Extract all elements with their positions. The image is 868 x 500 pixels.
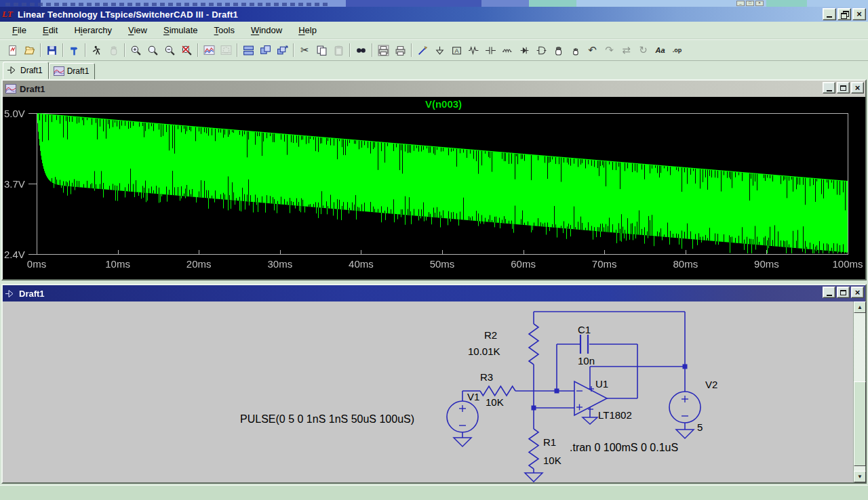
schematic-label[interactable]: R1	[543, 436, 556, 448]
toolbar-zoom-in-button[interactable]	[127, 42, 144, 59]
toolbar-tile-horizontally-button[interactable]	[240, 42, 257, 59]
menu-simulate[interactable]: Simulate	[155, 23, 206, 37]
schematic-label[interactable]: PULSE(0 5 0 1nS 1nS 50uS 100uS)	[240, 413, 414, 425]
minimize-button[interactable]	[823, 8, 836, 20]
app-logo-icon: LT	[2, 9, 14, 20]
schematic-close-button[interactable]: ×	[851, 287, 864, 298]
menu-tools[interactable]: Tools	[206, 23, 243, 37]
toolbar-copy-button[interactable]	[313, 42, 330, 59]
close-button[interactable]: ×	[852, 8, 866, 20]
toolbar-undo-button[interactable]: ↶	[584, 42, 601, 59]
x-tick-label: 50ms	[430, 258, 455, 270]
toolbar-place-ground-button[interactable]	[431, 42, 448, 59]
trace-legend-label[interactable]: V(n003)	[425, 98, 462, 110]
tab-waveform-draft1[interactable]: Draft1	[49, 63, 96, 79]
toolbar-save-button[interactable]	[43, 42, 60, 59]
bg-segment	[529, 0, 576, 7]
toolbar-tile-vertically-button[interactable]	[257, 42, 274, 59]
toolbar-find-button[interactable]	[353, 42, 370, 59]
toolbar-place-component-button[interactable]	[533, 42, 550, 59]
toolbar-draw-wire-button[interactable]	[414, 42, 431, 59]
waveform-plot-area[interactable]: V(n003) 5.0V3.7V2.4V 0ms10ms20ms30ms40ms…	[3, 97, 865, 279]
toolbar-zoom-out-button[interactable]	[161, 42, 178, 59]
x-tick-label: 20ms	[186, 258, 212, 270]
schematic-label[interactable]: V1	[467, 391, 479, 402]
toolbar-print-preview-button[interactable]	[375, 42, 392, 59]
toolbar-run-button[interactable]	[88, 42, 105, 59]
tab-schematic-draft1[interactable]: Draft1	[3, 62, 49, 79]
toolbar-zoom-full-extents-button[interactable]	[178, 42, 195, 59]
schematic-label[interactable]: V2	[705, 379, 717, 390]
schematic-label[interactable]: R2	[484, 329, 497, 341]
schematic-label[interactable]: 10.01K	[468, 346, 500, 357]
schematic-canvas-area[interactable]: R210.01KR310KC110nU1LT1802R110KV1V25PULS…	[3, 301, 865, 482]
resistor-symbol[interactable]	[480, 386, 515, 396]
menu-file[interactable]: File	[4, 23, 35, 37]
toolbar-autorange-y-axis-button[interactable]	[201, 42, 218, 59]
scroll-down-button[interactable]: ▼	[854, 471, 866, 482]
wire-junction[interactable]	[683, 364, 688, 369]
bg-segment	[346, 0, 481, 7]
menu-hierarchy[interactable]: Hierarchy	[66, 23, 120, 37]
main-title-bar[interactable]: LT Linear Technology LTspice/SwitcherCAD…	[0, 7, 868, 22]
menu-window[interactable]: Window	[243, 23, 290, 37]
toolbar-move-button[interactable]	[550, 42, 567, 59]
toolbar-redo-button: ↷	[601, 42, 618, 59]
scroll-up-button[interactable]: ▲	[854, 301, 866, 313]
schematic-label[interactable]: 10K	[486, 396, 504, 408]
scrollbar-thumb[interactable]	[854, 381, 866, 466]
schematic-vertical-scrollbar[interactable]: ▲ ▼	[853, 301, 865, 482]
bg-segment	[766, 0, 807, 7]
toolbar-control-panel-button[interactable]	[66, 42, 83, 59]
toolbar-spice-directive-button[interactable]: .op	[669, 42, 686, 59]
schematic-label[interactable]: 10n	[578, 355, 595, 367]
schematic-maximize-button[interactable]	[837, 287, 850, 298]
menu-help[interactable]: Help	[290, 23, 325, 37]
tab-label: Draft1	[67, 66, 90, 76]
toolbar-open-button[interactable]	[21, 42, 38, 59]
toolbar-place-inductor-button[interactable]	[499, 42, 516, 59]
toolbar-place-resistor-button[interactable]	[465, 42, 482, 59]
toolbar-zoom-back-button[interactable]	[144, 42, 161, 59]
schematic-label[interactable]: LT1802	[598, 409, 632, 421]
schematic-label[interactable]: C1	[578, 324, 591, 335]
toolbar-new-schematic-button[interactable]	[4, 42, 21, 59]
schematic-minimize-button[interactable]	[823, 287, 835, 298]
ground-symbol[interactable]	[583, 417, 597, 424]
waveform-close-button[interactable]: ×	[851, 82, 864, 93]
menu-view[interactable]: View	[120, 23, 155, 37]
schematic-label[interactable]: 5	[697, 421, 703, 433]
toolbar: ✂A↶↷⇄↻Aa.op	[0, 39, 868, 61]
waveform-maximize-button[interactable]	[837, 82, 850, 93]
toolbar-label-net-button[interactable]: A	[448, 42, 465, 59]
toolbar-drag-button[interactable]	[567, 42, 584, 59]
restore-button[interactable]	[837, 8, 851, 20]
resistor-symbol[interactable]	[529, 429, 538, 469]
schematic-window-title-bar[interactable]: Draft1 ×	[3, 285, 865, 301]
toolbar-place-diode-button[interactable]	[516, 42, 533, 59]
ground-symbol[interactable]	[454, 438, 471, 446]
toolbar-separator	[372, 43, 373, 57]
menu-edit[interactable]: Edit	[35, 23, 66, 37]
toolbar-print-button[interactable]	[392, 42, 409, 59]
waveform-minimize-button[interactable]	[823, 82, 835, 93]
x-tick-label: 40ms	[349, 258, 374, 270]
schematic-label[interactable]: .tran 0 100mS 0 0.1uS	[570, 442, 678, 453]
wire-junction[interactable]	[532, 406, 536, 411]
toolbar-cut-button[interactable]: ✂	[296, 42, 313, 59]
ground-symbol[interactable]	[676, 430, 694, 438]
schematic-label[interactable]: 10K	[543, 455, 561, 466]
wire-junction[interactable]	[555, 389, 559, 394]
toolbar-add-text-button[interactable]: Aa	[652, 42, 669, 59]
waveform-window-title-bar[interactable]: Draft1 ×	[3, 81, 865, 97]
ground-symbol[interactable]	[525, 473, 542, 482]
waveform-canvas[interactable]	[3, 97, 865, 279]
schematic-label[interactable]: U1	[595, 378, 608, 390]
toolbar-place-capacitor-button[interactable]	[482, 42, 499, 59]
toolbar-cascade-windows-button[interactable]	[274, 42, 291, 59]
schematic-label[interactable]: R3	[480, 371, 493, 383]
schematic-svg[interactable]: R210.01KR310KC110nU1LT1802R110KV1V25PULS…	[3, 301, 853, 482]
background-window-strip: _ □ ×	[0, 0, 868, 7]
x-tick-label: 0ms	[27, 258, 46, 270]
resistor-symbol[interactable]	[529, 324, 538, 364]
